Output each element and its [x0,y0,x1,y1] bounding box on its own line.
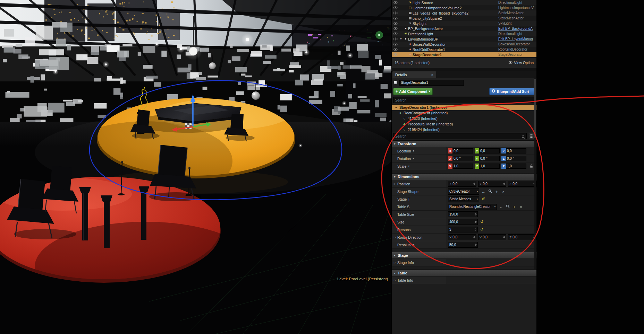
add-component-button[interactable]: + Add Component ▾ [393,88,433,95]
axis-z-field[interactable]: Z0,0 ° [501,156,526,161]
visibility-eye-icon[interactable] [393,32,399,35]
section-header-stage[interactable]: ▼Stage [392,252,536,259]
number-field[interactable]: 150,0 [448,211,478,217]
section-header-table[interactable]: ▼Table [392,270,536,276]
visibility-eye-icon[interactable] [393,48,399,51]
caret-down-icon[interactable]: ▾ [413,149,414,152]
expander-icon[interactable]: ▷ [394,279,397,282]
grid-view-icon[interactable] [528,133,535,139]
outliner-row[interactable]: ☀Light SourceDirectionalLight [392,0,536,5]
close-icon[interactable]: × [431,73,433,77]
spinner-arrows[interactable] [475,228,477,231]
outliner-row[interactable]: ☀SkyLightSkyLight [392,21,536,26]
outliner-row[interactable]: ▢LightmassImportanceVolume2LightmassImpo… [392,5,536,10]
expander-open-icon[interactable]: ▼ [400,38,403,40]
component-label: 412520 (Inherited) [408,116,438,121]
expander-icon[interactable]: ▷ [394,183,397,185]
axis-x-field[interactable]: X0,0 [448,181,476,187]
tab-details[interactable]: Details × [392,71,436,78]
axis-y-field[interactable]: Y0,0 ° [475,156,500,161]
actor-name: pano_citySquare2 [413,16,498,20]
axis-y-field[interactable]: Y0,0 [478,181,507,187]
clear-icon[interactable]: × [518,205,523,209]
outliner-row[interactable]: ☀DirectionalLightDirectionalLight [392,31,536,36]
component-label: StageDecorator1 (Instance) [399,105,447,109]
spinner-arrows[interactable] [475,213,477,216]
property-search-input[interactable] [393,133,527,139]
actor-name-input[interactable] [399,80,464,86]
axis-z-field[interactable]: Z1,0 [501,164,526,169]
axis-z-field[interactable]: Z0,0 [501,148,526,153]
spinner-arrows[interactable] [475,244,477,246]
outliner-row[interactable]: ●RoofGridDecorator1RoofGridDecorator [392,47,536,52]
browse-asset-icon[interactable] [488,189,492,194]
visibility-eye-icon[interactable] [393,22,399,25]
number-field[interactable]: 3 [448,227,478,232]
component-row[interactable]: ●StageDecorator1 (Instance) [392,105,536,110]
visibility-eye-icon[interactable] [393,53,399,56]
reset-to-default-icon[interactable]: ↺ [482,197,485,201]
outliner-row[interactable]: ▦Las_vegas_old_flipped_skydome2StaticMes… [392,10,536,16]
number-field[interactable]: 50,0 [448,242,478,248]
axis-x-field[interactable]: X0,0 [448,148,473,153]
view-options-button[interactable]: View Option [508,61,534,65]
add-element-icon[interactable]: + [494,190,499,194]
visibility-eye-icon[interactable] [393,17,399,20]
property-label: Persons [392,228,447,232]
spinner-arrows[interactable] [473,183,475,185]
component-row[interactable]: ◆Procedural Mesh (Inherited) [392,121,536,127]
component-row[interactable]: ○2195424 (Inherited) [392,127,536,132]
edit-blueprint-link[interactable]: Edit BP_BackgroundA [498,27,536,30]
visibility-eye-icon[interactable] [393,1,399,4]
outliner-row[interactable]: ▼●LayoutManagerBPEdit BP_LayoutManag [392,36,536,42]
reset-to-default-icon[interactable]: ↺ [480,227,483,232]
axis-y-field[interactable]: Y0,0 [478,234,507,240]
axis-z-field[interactable]: Z0,0 [508,181,536,187]
axis-y-field[interactable]: Y0,0 [475,148,500,153]
blueprint-add-script-button[interactable]: Blueprint/Add Scri [489,88,535,95]
spinner-arrows[interactable] [475,221,477,223]
section-stage: ▼Stage▷Stage Info [392,252,536,266]
visibility-eye-icon[interactable] [393,27,399,30]
panel-splitter[interactable] [392,68,536,71]
section-header-transform[interactable]: ▼Transform [392,140,536,147]
add-element-icon[interactable]: + [512,205,517,209]
axis-x-field[interactable]: X0,0 [448,234,476,240]
section-header-dimensions[interactable]: ▼Dimensions [392,173,536,180]
details-scrollbar[interactable] [534,76,536,270]
viewport-3d[interactable]: Level: ProcLevel (Persistent) [0,0,391,334]
outliner-row[interactable]: ▦pano_citySquare2StaticMeshActor [392,16,536,21]
axis-x-field[interactable]: X0,0 ° [448,156,473,161]
component-row[interactable]: ●RootComponent (Inherited) [392,110,536,116]
expander-icon[interactable]: ▷ [394,261,397,264]
spinner-arrows[interactable] [503,236,505,238]
caret-down-icon[interactable]: ▾ [408,165,409,168]
expander-icon[interactable]: ▷ [394,236,397,239]
number-field[interactable]: 400,0 [448,219,478,225]
component-row[interactable]: ○412520 (Inherited) [392,116,536,121]
browse-asset-icon[interactable] [505,204,510,209]
visibility-eye-icon[interactable] [393,11,399,15]
axis-y-field[interactable]: Y1,0 [475,164,500,169]
caret-down-icon[interactable]: ▾ [413,157,414,160]
axis-x-field[interactable]: X1,0 [448,164,473,169]
outliner-row[interactable]: ●BoxesWallDecoratorBoxesWallDecorator [392,42,536,47]
dropdown-field[interactable]: Static Meshes▾ [448,196,479,202]
reset-to-default-icon[interactable]: ↺ [480,220,483,224]
visibility-eye-icon[interactable] [393,43,399,46]
clear-icon[interactable]: × [501,190,506,194]
outliner-row[interactable]: ●BP_BackgroundActorEdit BP_BackgroundA [392,26,536,31]
spinner-arrows[interactable] [503,183,505,185]
search-input[interactable] [393,97,535,103]
axis-z-field[interactable]: Z0,0 [508,234,536,240]
dropdown-field[interactable]: RoundedRectangleCreator▾ [448,204,497,210]
dropdown-field[interactable]: CircleCreator▾ [448,188,479,195]
visibility-eye-icon[interactable] [393,6,399,9]
outliner-row[interactable]: ●StageDecorator1StageDecorator [392,52,536,57]
visibility-eye-icon[interactable] [393,37,399,41]
lock-icon[interactable] [530,164,533,168]
spinner-arrows[interactable] [473,236,475,238]
edit-blueprint-link[interactable]: Edit BP_LayoutManag [498,37,536,41]
use-selected-asset-icon[interactable]: ← [499,205,503,209]
use-selected-asset-icon[interactable]: ← [481,190,486,194]
